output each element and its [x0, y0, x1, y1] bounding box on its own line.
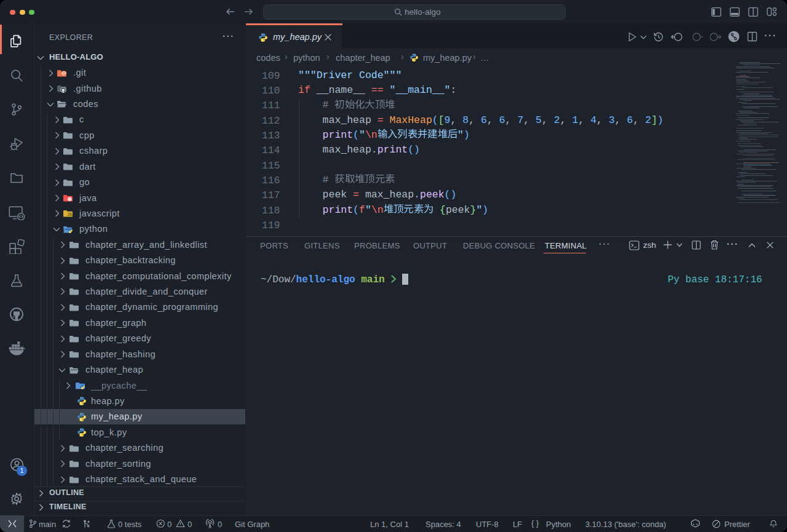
svg-text:JS: JS	[67, 213, 73, 217]
